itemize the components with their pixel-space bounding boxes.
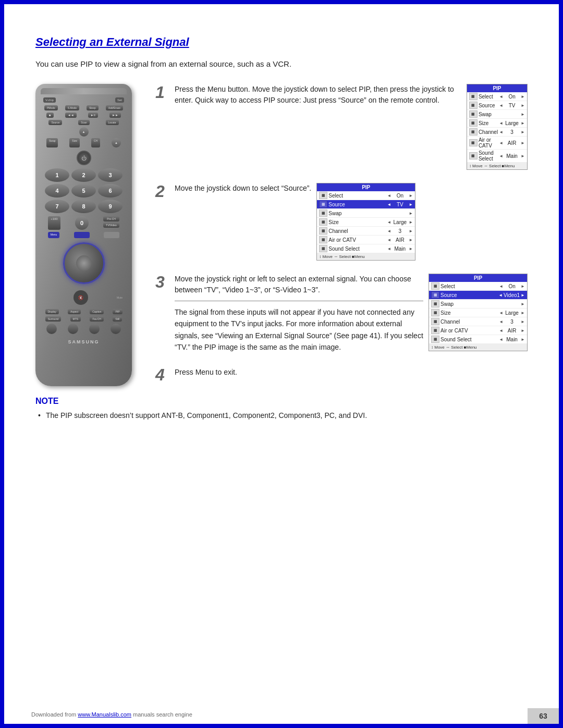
border-bottom — [0, 724, 563, 728]
pip-menu-1-row-5: ▦ Air or CATV ◄ AIR ► — [467, 137, 527, 150]
num-7-button[interactable]: 7 — [45, 200, 69, 213]
scan-button[interactable]: Scan — [78, 120, 89, 125]
pip-arrow-m2-l6: ◄ — [387, 246, 391, 251]
plus100-button[interactable]: +100 — [48, 216, 60, 230]
side-button-right[interactable] — [104, 232, 119, 238]
power-button[interactable]: ⏻ — [77, 151, 91, 165]
pip-icon-m3-2: ▦ — [431, 300, 439, 307]
page-content: Selecting an External Signal You can use… — [4, 4, 559, 724]
pip-label-swap-0: Swap — [479, 112, 520, 117]
pip-arrow-m2-r5: ► — [409, 238, 413, 242]
aspect-button[interactable]: Aspect — [68, 309, 81, 314]
up-button[interactable]: ▲ — [79, 127, 89, 137]
pip-arrow-m3-r0: ► — [521, 284, 525, 289]
stop-button[interactable]: ■ — [46, 113, 54, 118]
mute-label: Mute — [117, 296, 123, 299]
ch-up-button[interactable]: ▲ — [112, 138, 121, 147]
navigation-joystick[interactable] — [63, 242, 105, 284]
num-4-button[interactable]: 4 — [45, 184, 69, 198]
locate-button[interactable]: Locate — [106, 120, 119, 125]
pip-arrow-m2-r3: ► — [409, 220, 413, 225]
pip-value-m2-5: AIR — [392, 237, 408, 243]
pmode-button[interactable]: PMode — [44, 105, 58, 110]
num-2-button[interactable]: 2 — [71, 168, 96, 182]
swap-button[interactable]: Swap — [46, 138, 58, 147]
ff-button[interactable]: ►► — [109, 113, 121, 118]
pip-label-m2-swap: Swap — [328, 211, 408, 216]
mts-button[interactable]: MTS — [70, 316, 81, 322]
pip-arrow-m3-l0: ◄ — [499, 284, 503, 289]
pip-icon-2: ▦ — [469, 110, 478, 118]
remote-container: V.chip Set PMode S.Mode Sleep Add/Erase … — [35, 84, 140, 386]
mute-button[interactable]: 🔇 — [74, 290, 88, 305]
main-area: V.chip Set PMode S.Mode Sleep Add/Erase … — [35, 84, 528, 386]
pip-value-m3-5: AIR — [504, 328, 520, 334]
pip-button[interactable]: PIP — [113, 309, 122, 314]
adderase-button[interactable]: Add/Erase — [106, 105, 123, 110]
favch-button[interactable]: Fav.CH — [90, 316, 104, 322]
pip-arrow-m3-r1: ► — [521, 293, 525, 298]
pip-value-m3-6: Main — [504, 337, 520, 342]
surround-button[interactable]: Surround — [45, 316, 62, 322]
border-left — [0, 0, 4, 728]
pip-label-m3-channel: Channel — [440, 319, 498, 325]
pip-menu-3-row-4: ▦ Channel ◄ 3 ► — [429, 317, 527, 326]
num-8-button[interactable]: 8 — [71, 200, 96, 213]
num-5-button[interactable]: 5 — [71, 184, 96, 198]
pip-arrow-m2-l1: ◄ — [387, 202, 391, 207]
display-row: Display Aspect Caption PIP — [41, 309, 127, 314]
num-0-button[interactable]: 0 — [75, 216, 89, 230]
playpause-button[interactable]: ►II — [88, 113, 98, 118]
sleep-button[interactable]: Sleep — [87, 105, 99, 110]
bottom-btn-4[interactable] — [111, 324, 121, 334]
display-button[interactable]: Display — [45, 309, 59, 314]
num-9-button[interactable]: 9 — [98, 200, 123, 213]
pip-icon-m3-5: ▦ — [431, 327, 439, 334]
pip-label-m2-channel: Channel — [328, 228, 386, 234]
caption-button[interactable]: Caption — [90, 309, 104, 314]
pip-arrow-right-2: ► — [521, 112, 525, 117]
pip-icon-m3-4: ▦ — [431, 318, 439, 325]
ch-button[interactable]: CH — [91, 138, 100, 147]
still-button[interactable]: Still — [113, 316, 122, 322]
pip-value-m2-0: On — [392, 193, 408, 199]
pip-arrow-m2-l0: ◄ — [387, 193, 391, 198]
pip-menu-3-row-1: ▦ Source ◄ Video1 ► — [429, 291, 527, 300]
set-button[interactable]: Set — [115, 97, 124, 103]
source-button[interactable]: Source — [48, 120, 62, 125]
rew-button[interactable]: ◄◄ — [65, 113, 77, 118]
pip-value-4: 3 — [504, 129, 520, 135]
pip-value-1: TV — [504, 103, 520, 108]
tvvideo-button[interactable]: TV/Video — [103, 223, 119, 228]
pip-menu-1-header: PIP — [467, 84, 527, 92]
step-3-content: Move the joystick right or left to selec… — [175, 274, 528, 353]
num-1-button[interactable]: 1 — [45, 168, 69, 182]
pip-icon-1: ▦ — [469, 102, 478, 109]
pip-menu-3-row-5: ▦ Air or CATV ◄ AIR ► — [429, 326, 527, 335]
size-button[interactable]: Size — [69, 138, 80, 147]
pip-arrow-m3-l3: ◄ — [499, 311, 503, 315]
pip-arrow-right-4: ► — [521, 130, 525, 134]
num-3-button[interactable]: 3 — [98, 168, 123, 182]
menu-button[interactable]: Menu — [48, 232, 60, 238]
bottom-btn-3[interactable] — [89, 324, 100, 334]
pip-icon-m2-5: ▦ — [319, 236, 327, 243]
prech-button[interactable]: Pre-CH — [103, 216, 119, 221]
pip-arrow-m2-r1: ► — [409, 202, 413, 207]
pip-arrow-left-3: ◄ — [499, 121, 503, 126]
bottom-btn-1[interactable] — [46, 324, 57, 334]
pip-menu-3-row-2: ▦ Swap ► — [429, 300, 527, 309]
pip-menu-3-row-6: ▦ Sound Select ◄ Main ► — [429, 335, 527, 344]
step-1-content: Press the Menu button. Move the joystick… — [175, 84, 528, 170]
pip-arrow-m2-r6: ► — [409, 246, 413, 251]
up-arrow-area: ▲ — [41, 127, 127, 137]
pip-menu-1-row-4: ▦ Channel ◄ 3 ► — [467, 128, 527, 137]
smode-button[interactable]: S.Mode — [65, 105, 79, 110]
page-number-bar: 63 — [528, 708, 559, 724]
footer-link[interactable]: www.Manualslib.com — [78, 711, 131, 718]
bottom-btn-2[interactable] — [68, 324, 78, 334]
vchip-button[interactable]: V.chip — [43, 97, 56, 103]
num-6-button[interactable]: 6 — [98, 184, 123, 198]
pip-label-select-0: Select — [479, 94, 498, 100]
joystick-center[interactable] — [76, 255, 92, 271]
